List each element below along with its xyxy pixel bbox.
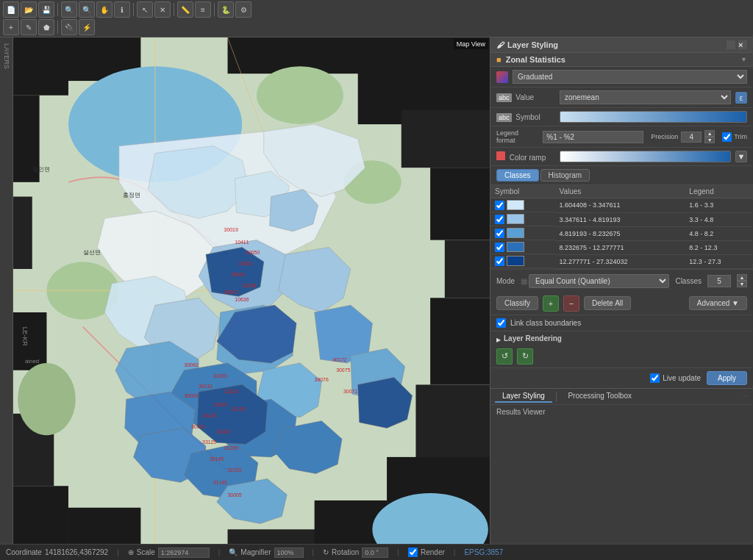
svg-text:30062: 30062 [184,362,198,367]
precision-up-btn[interactable]: ▲ [704,130,715,137]
plugins-btn[interactable]: 🔌 [61,19,77,35]
layer-rendering-toggle[interactable]: ▶ Layer Rendering [496,334,747,345]
color-ramp-dropdown-btn[interactable]: ▼ [735,151,747,162]
precision-down-btn[interactable]: ▼ [704,137,715,143]
svg-text:30031: 30031 [231,272,245,277]
link-boundaries-checkbox[interactable] [496,318,506,328]
mode-label: Mode [496,277,515,285]
symbol-label: abc Symbol [496,113,555,121]
svg-rect-6 [402,110,490,168]
identify-btn[interactable]: ℹ [114,1,130,18]
delete-all-btn[interactable]: Delete All [584,296,631,310]
classes-down-btn[interactable]: ▼ [737,281,747,287]
classes-up-btn[interactable]: ▲ [737,274,747,281]
map-info-overlay: Map View [454,39,488,49]
measure-btn[interactable]: 📏 [177,1,193,18]
open-project-btn[interactable]: 📂 [21,1,37,18]
save-project-btn[interactable]: 💾 [38,1,54,18]
panel-settings-btn[interactable]: ⋯ [740,392,749,401]
digitize-btn[interactable]: ⬟ [38,19,54,35]
svg-text:21318: 21318 [224,389,238,394]
symbol-preview[interactable] [560,111,747,123]
pan-btn[interactable]: ✋ [96,1,113,18]
status-sep3: | [313,548,315,556]
results-viewer-tab[interactable]: Results Viewer [490,404,753,419]
value-field-select[interactable]: zonemean [560,90,731,104]
precision-input[interactable] [681,132,702,143]
settings-btn[interactable]: ⚙ [235,1,251,18]
precision-stepper: ▲ ▼ [704,130,715,143]
add-class-btn[interactable]: + [543,295,559,312]
class-legend-1: 3.3 - 4.8 [685,212,753,226]
scale-label: Scale [137,548,155,556]
histogram-tab[interactable]: Histogram [540,169,590,182]
panel-close-btn[interactable]: × [738,40,747,49]
svg-text:18319: 18319 [213,402,227,407]
panel-dock-btn[interactable] [727,40,735,49]
attribute-table-btn[interactable]: ≡ [195,1,211,18]
table-row: 8.232675 - 12.277771 8.2 - 12.3 [490,240,753,254]
render-checkbox[interactable] [408,548,418,557]
edit-btn[interactable]: ✎ [21,19,37,35]
advanced-btn[interactable]: Advanced ▼ [689,296,747,310]
map-view[interactable]: 30019 10411 30050 10022 30031 10036 2054… [13,37,490,544]
tab-divider: | [555,390,558,402]
processing-btn[interactable]: ⚡ [79,19,95,35]
class-checkbox-4[interactable] [495,256,504,266]
class-checkbox-2[interactable] [495,229,504,238]
classes-count-input[interactable] [707,275,731,287]
rendering-btn-2[interactable]: ↻ [517,348,533,365]
zoom-out-btn[interactable]: 🔍 [79,1,95,18]
trim-label: Trim [734,133,747,140]
panel-header: 🖌 Layer Styling × [490,37,753,53]
class-checkbox-0[interactable] [495,201,504,210]
layer-styling-tab[interactable]: Layer Styling [495,390,552,403]
status-sep2: | [218,548,221,556]
svg-text:30075: 30075 [336,367,350,373]
new-project-btn[interactable]: 📄 [3,1,19,18]
classes-tab[interactable]: Classes [496,169,539,182]
link-boundaries-label: Link class boundaries [510,319,581,327]
color-ramp-preview[interactable] [560,151,731,162]
add-layer-btn[interactable]: + [3,19,19,35]
symbol-row: abc Symbol [490,108,753,126]
rendering-btn-1[interactable]: ↺ [496,348,513,365]
python-btn[interactable]: 🐍 [218,1,234,18]
main-toolbar: 📄 📂 💾 🔍 🔍 ✋ ℹ ↖ ✕ 📏 ≡ 🐍 ⚙ + ✎ ⬟ 🔌 ⚡ [0,0,753,37]
legend-format-input[interactable] [543,131,643,143]
apply-button[interactable]: Apply [707,371,747,385]
value-row: abc Value zonemean ε [490,87,753,108]
select-btn[interactable]: ↖ [137,1,153,18]
class-color-swatch-2[interactable] [507,228,524,238]
style-type-select[interactable]: Graduated [513,70,747,84]
rotation-input[interactable] [362,548,388,558]
live-update-checkbox[interactable] [650,373,660,383]
scale-icon: ⊕ [128,548,134,556]
svg-text:홍정면: 홍정면 [123,192,140,198]
magnifier-input[interactable] [274,548,304,558]
class-checkbox-3[interactable] [495,243,504,252]
mode-select[interactable]: Equal Count (Quantile) [529,274,669,288]
deselect-btn[interactable]: ✕ [154,1,171,18]
sep4 [214,3,215,16]
classify-button[interactable]: Classify [496,296,538,310]
trim-checkbox[interactable] [722,132,732,142]
zoom-in-btn[interactable]: 🔍 [61,1,77,18]
collapse-icon[interactable]: ▼ [740,56,747,63]
class-color-swatch-0[interactable] [507,200,524,210]
svg-text:35145: 35145 [210,456,224,462]
table-row: 12.277771 - 27.324032 12.3 - 27.3 [490,254,753,268]
magnifier-display: 🔍 Magnifier [229,548,303,558]
class-color-swatch-4[interactable] [507,256,524,266]
epsg-badge[interactable]: EPSG:3857 [464,548,503,556]
layer-rendering-title: Layer Rendering [504,334,562,342]
remove-class-btn[interactable]: − [563,295,579,312]
classes-table: Symbol Values Legend 1.604408 - 3.347611… [490,185,753,269]
class-color-swatch-1[interactable] [507,214,524,224]
class-color-swatch-3[interactable] [507,242,524,252]
processing-toolbox-tab[interactable]: Processing Toolbox [560,390,639,403]
table-row: 4.819193 - 8.232675 4.8 - 8.2 [490,226,753,240]
scale-input[interactable] [158,548,210,558]
value-expr-btn[interactable]: ε [735,92,747,104]
class-checkbox-1[interactable] [495,215,504,224]
